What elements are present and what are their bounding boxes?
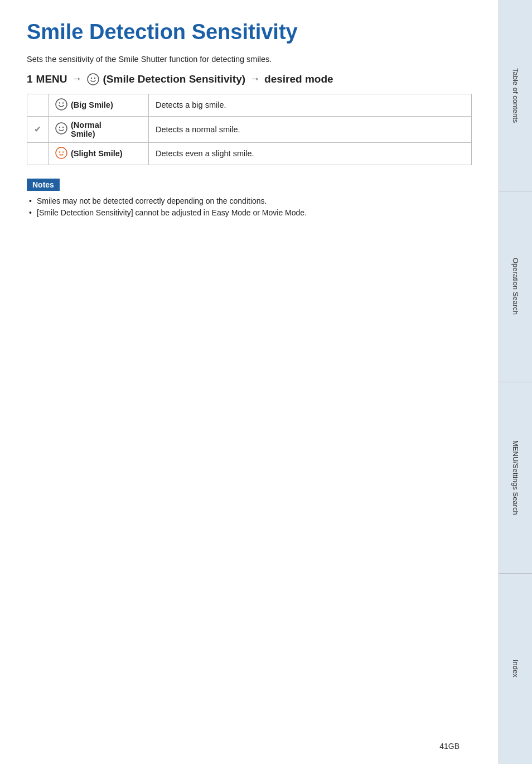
step-number: 1 — [27, 73, 33, 85]
svg-point-10 — [59, 151, 60, 152]
step-heading: 1 MENU → (Smile Detection Sensitivity) →… — [27, 73, 472, 86]
option-name-2: (Slight Smile) — [49, 142, 149, 165]
normal-smile-icon — [55, 122, 67, 136]
svg-point-4 — [59, 102, 60, 103]
notes-header: Notes — [27, 179, 60, 191]
right-sidebar: Table of contents Operation Search MENU/… — [499, 0, 532, 764]
check-col-2 — [27, 142, 49, 165]
svg-point-5 — [62, 102, 64, 103]
sidebar-tab-operation[interactable]: Operation Search — [499, 191, 532, 383]
slight-smile-desc: Detects even a slight smile. — [149, 142, 472, 165]
svg-point-9 — [56, 147, 67, 158]
notes-list: Smiles may not be detected correctly dep… — [27, 196, 472, 217]
page-title: Smile Detection Sensitivity — [27, 20, 472, 45]
step-end-text: desired mode — [264, 73, 333, 85]
svg-point-7 — [59, 127, 60, 128]
sidebar-tab-index[interactable]: Index — [499, 574, 532, 765]
svg-point-2 — [94, 77, 95, 78]
step-icon-label: (Smile Detection Sensitivity) — [103, 73, 246, 85]
svg-point-0 — [88, 74, 99, 85]
slight-smile-icon — [55, 147, 67, 161]
sidebar-tab-menu[interactable]: MENU/Settings Search — [499, 382, 532, 574]
menu-text: MENU — [36, 73, 67, 85]
table-row: ✔ (NormalSmile) — [27, 116, 472, 142]
check-col-0 — [27, 94, 49, 116]
big-smile-desc: Detects a big smile. — [149, 94, 472, 116]
svg-point-11 — [62, 151, 64, 152]
notes-section: Notes Smiles may not be detected correct… — [27, 179, 472, 217]
notes-item-0: Smiles may not be detected correctly dep… — [29, 196, 472, 205]
option-name-1: (NormalSmile) — [49, 116, 149, 142]
check-col-1: ✔ — [27, 116, 49, 142]
arrow-1: → — [72, 73, 82, 85]
svg-point-6 — [56, 123, 67, 134]
svg-point-8 — [62, 127, 64, 128]
big-smile-label: (Big Smile) — [71, 100, 113, 109]
table-row: (Big Smile) Detects a big smile. — [27, 94, 472, 116]
sidebar-tab-toc[interactable]: Table of contents — [499, 0, 532, 191]
svg-point-3 — [56, 99, 67, 110]
big-smile-icon — [55, 98, 67, 112]
normal-smile-label: (NormalSmile) — [71, 121, 101, 138]
slight-smile-label: (Slight Smile) — [71, 149, 123, 158]
option-name-0: (Big Smile) — [49, 94, 149, 116]
normal-smile-desc: Detects a normal smile. — [149, 116, 472, 142]
page-number: 41GB — [439, 742, 460, 751]
description: Sets the sensitivity of the Smile Shutte… — [27, 55, 472, 64]
main-content: Smile Detection Sensitivity Sets the sen… — [0, 0, 499, 764]
notes-item-1: [Smile Detection Sensitivity] cannot be … — [29, 208, 472, 217]
arrow-2: → — [250, 73, 260, 85]
table-row: (Slight Smile) Detects even a slight smi… — [27, 142, 472, 165]
smile-icon-heading — [86, 73, 100, 86]
options-table: (Big Smile) Detects a big smile. ✔ — [27, 94, 472, 165]
svg-point-1 — [90, 77, 91, 78]
